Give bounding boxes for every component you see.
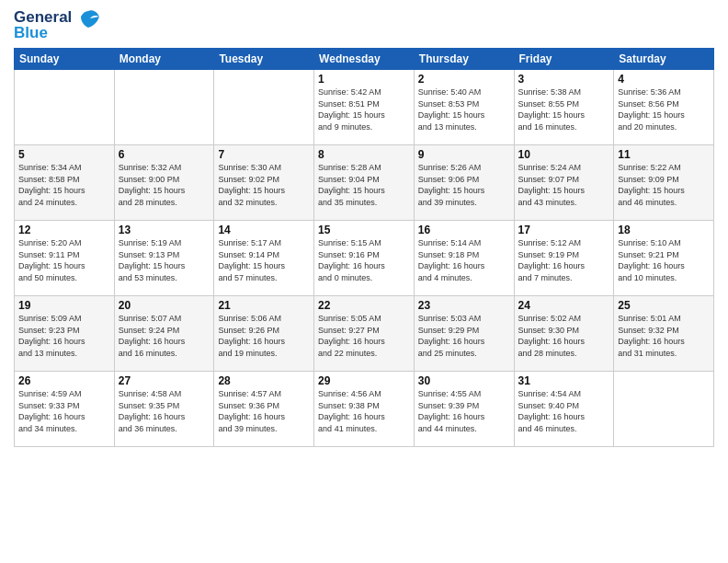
calendar-cell: 2Sunrise: 5:40 AM Sunset: 8:53 PM Daylig… [414, 70, 514, 145]
calendar-cell: 27Sunrise: 4:58 AM Sunset: 9:35 PM Dayli… [114, 372, 214, 447]
cell-info: Sunrise: 5:20 AM Sunset: 9:11 PM Dayligh… [18, 237, 110, 283]
calendar-cell [614, 372, 714, 447]
calendar-cell: 8Sunrise: 5:28 AM Sunset: 9:04 PM Daylig… [314, 145, 415, 221]
header-monday: Monday [114, 49, 214, 70]
day-number: 19 [18, 299, 110, 312]
calendar-cell: 16Sunrise: 5:14 AM Sunset: 9:18 PM Dayli… [414, 221, 514, 296]
header-saturday: Saturday [614, 49, 714, 70]
cell-info: Sunrise: 4:56 AM Sunset: 9:38 PM Dayligh… [318, 388, 410, 434]
day-number: 13 [119, 224, 210, 236]
day-number: 15 [318, 224, 410, 236]
cell-info: Sunrise: 4:55 AM Sunset: 9:39 PM Dayligh… [418, 388, 510, 434]
week-row-2: 12Sunrise: 5:20 AM Sunset: 9:11 PM Dayli… [15, 221, 714, 296]
day-number: 21 [218, 299, 310, 312]
week-row-0: 1Sunrise: 5:42 AM Sunset: 8:51 PM Daylig… [15, 70, 714, 145]
calendar-cell: 6Sunrise: 5:32 AM Sunset: 9:00 PM Daylig… [114, 145, 214, 221]
logo-bird-icon [75, 7, 101, 39]
day-number: 22 [318, 299, 410, 312]
calendar-cell: 30Sunrise: 4:55 AM Sunset: 9:39 PM Dayli… [414, 372, 514, 447]
day-number: 28 [218, 374, 310, 387]
day-number: 9 [418, 148, 510, 161]
cell-info: Sunrise: 5:36 AM Sunset: 8:56 PM Dayligh… [618, 86, 710, 132]
day-number: 30 [418, 374, 510, 387]
day-number: 25 [618, 299, 710, 312]
cell-info: Sunrise: 5:07 AM Sunset: 9:24 PM Dayligh… [119, 313, 210, 359]
calendar-cell: 19Sunrise: 5:09 AM Sunset: 9:23 PM Dayli… [15, 296, 115, 372]
calendar-table: SundayMondayTuesdayWednesdayThursdayFrid… [14, 48, 714, 447]
calendar-cell: 21Sunrise: 5:06 AM Sunset: 9:26 PM Dayli… [214, 296, 314, 372]
header-wednesday: Wednesday [314, 49, 415, 70]
cell-info: Sunrise: 5:03 AM Sunset: 9:29 PM Dayligh… [418, 313, 510, 359]
day-number: 17 [518, 224, 610, 236]
calendar-cell: 28Sunrise: 4:57 AM Sunset: 9:36 PM Dayli… [214, 372, 314, 447]
cell-info: Sunrise: 5:01 AM Sunset: 9:32 PM Dayligh… [618, 313, 710, 359]
cell-info: Sunrise: 5:28 AM Sunset: 9:04 PM Dayligh… [318, 162, 410, 208]
cell-info: Sunrise: 5:40 AM Sunset: 8:53 PM Dayligh… [418, 86, 510, 132]
cell-info: Sunrise: 5:12 AM Sunset: 9:19 PM Dayligh… [518, 237, 610, 283]
cell-info: Sunrise: 5:19 AM Sunset: 9:13 PM Dayligh… [119, 237, 210, 283]
cell-info: Sunrise: 5:22 AM Sunset: 9:09 PM Dayligh… [618, 162, 710, 208]
calendar-cell: 3Sunrise: 5:38 AM Sunset: 8:55 PM Daylig… [514, 70, 614, 145]
calendar-cell: 17Sunrise: 5:12 AM Sunset: 9:19 PM Dayli… [514, 221, 614, 296]
calendar-cell: 10Sunrise: 5:24 AM Sunset: 9:07 PM Dayli… [514, 145, 614, 221]
day-number: 20 [119, 299, 210, 312]
page: General Blue SundayMondayTuesdayWednesda… [0, 0, 728, 563]
cell-info: Sunrise: 5:42 AM Sunset: 8:51 PM Dayligh… [318, 86, 410, 132]
cell-info: Sunrise: 4:54 AM Sunset: 9:40 PM Dayligh… [518, 388, 610, 434]
cell-info: Sunrise: 5:24 AM Sunset: 9:07 PM Dayligh… [518, 162, 610, 208]
calendar-cell: 26Sunrise: 4:59 AM Sunset: 9:33 PM Dayli… [15, 372, 115, 447]
day-number: 4 [618, 73, 710, 86]
day-number: 1 [318, 73, 410, 86]
cell-info: Sunrise: 5:17 AM Sunset: 9:14 PM Dayligh… [218, 237, 310, 283]
day-number: 11 [618, 148, 710, 161]
header-friday: Friday [514, 49, 614, 70]
calendar-cell [114, 70, 214, 145]
cell-info: Sunrise: 5:15 AM Sunset: 9:16 PM Dayligh… [318, 237, 410, 283]
cell-info: Sunrise: 5:02 AM Sunset: 9:30 PM Dayligh… [518, 313, 610, 359]
calendar-cell: 22Sunrise: 5:05 AM Sunset: 9:27 PM Dayli… [314, 296, 415, 372]
calendar-cell: 1Sunrise: 5:42 AM Sunset: 8:51 PM Daylig… [314, 70, 415, 145]
day-number: 12 [18, 224, 110, 236]
day-number: 8 [318, 148, 410, 161]
calendar-cell: 24Sunrise: 5:02 AM Sunset: 9:30 PM Dayli… [514, 296, 614, 372]
day-number: 5 [18, 148, 110, 161]
calendar-cell: 18Sunrise: 5:10 AM Sunset: 9:21 PM Dayli… [614, 221, 714, 296]
calendar-cell: 13Sunrise: 5:19 AM Sunset: 9:13 PM Dayli… [114, 221, 214, 296]
cell-info: Sunrise: 5:34 AM Sunset: 8:58 PM Dayligh… [18, 162, 110, 208]
logo-blue: Blue [14, 25, 72, 40]
logo-general: General [14, 9, 72, 25]
day-number: 10 [518, 148, 610, 161]
header-tuesday: Tuesday [214, 49, 314, 70]
day-number: 29 [318, 374, 410, 387]
week-row-3: 19Sunrise: 5:09 AM Sunset: 9:23 PM Dayli… [15, 296, 714, 372]
calendar-cell: 7Sunrise: 5:30 AM Sunset: 9:02 PM Daylig… [214, 145, 314, 221]
day-number: 31 [518, 374, 610, 387]
calendar-cell: 5Sunrise: 5:34 AM Sunset: 8:58 PM Daylig… [15, 145, 115, 221]
calendar-cell: 12Sunrise: 5:20 AM Sunset: 9:11 PM Dayli… [15, 221, 115, 296]
cell-info: Sunrise: 5:10 AM Sunset: 9:21 PM Dayligh… [618, 237, 710, 283]
day-number: 18 [618, 224, 710, 236]
calendar-cell [15, 70, 115, 145]
calendar-cell: 9Sunrise: 5:26 AM Sunset: 9:06 PM Daylig… [414, 145, 514, 221]
cell-info: Sunrise: 5:06 AM Sunset: 9:26 PM Dayligh… [218, 313, 310, 359]
day-number: 3 [518, 73, 610, 86]
cell-info: Sunrise: 5:30 AM Sunset: 9:02 PM Dayligh… [218, 162, 310, 208]
cell-info: Sunrise: 5:26 AM Sunset: 9:06 PM Dayligh… [418, 162, 510, 208]
day-number: 6 [119, 148, 210, 161]
calendar-cell: 29Sunrise: 4:56 AM Sunset: 9:38 PM Dayli… [314, 372, 415, 447]
day-number: 24 [518, 299, 610, 312]
calendar-cell: 14Sunrise: 5:17 AM Sunset: 9:14 PM Dayli… [214, 221, 314, 296]
day-number: 26 [18, 374, 110, 387]
calendar-cell: 23Sunrise: 5:03 AM Sunset: 9:29 PM Dayli… [414, 296, 514, 372]
calendar-cell: 11Sunrise: 5:22 AM Sunset: 9:09 PM Dayli… [614, 145, 714, 221]
day-number: 14 [218, 224, 310, 236]
cell-info: Sunrise: 4:58 AM Sunset: 9:35 PM Dayligh… [119, 388, 210, 434]
calendar-cell: 31Sunrise: 4:54 AM Sunset: 9:40 PM Dayli… [514, 372, 614, 447]
calendar-cell: 20Sunrise: 5:07 AM Sunset: 9:24 PM Dayli… [114, 296, 214, 372]
calendar-cell: 4Sunrise: 5:36 AM Sunset: 8:56 PM Daylig… [614, 70, 714, 145]
header-thursday: Thursday [414, 49, 514, 70]
cell-info: Sunrise: 4:59 AM Sunset: 9:33 PM Dayligh… [18, 388, 110, 434]
cell-info: Sunrise: 5:14 AM Sunset: 9:18 PM Dayligh… [418, 237, 510, 283]
week-row-1: 5Sunrise: 5:34 AM Sunset: 8:58 PM Daylig… [15, 145, 714, 221]
cell-info: Sunrise: 5:32 AM Sunset: 9:00 PM Dayligh… [119, 162, 210, 208]
